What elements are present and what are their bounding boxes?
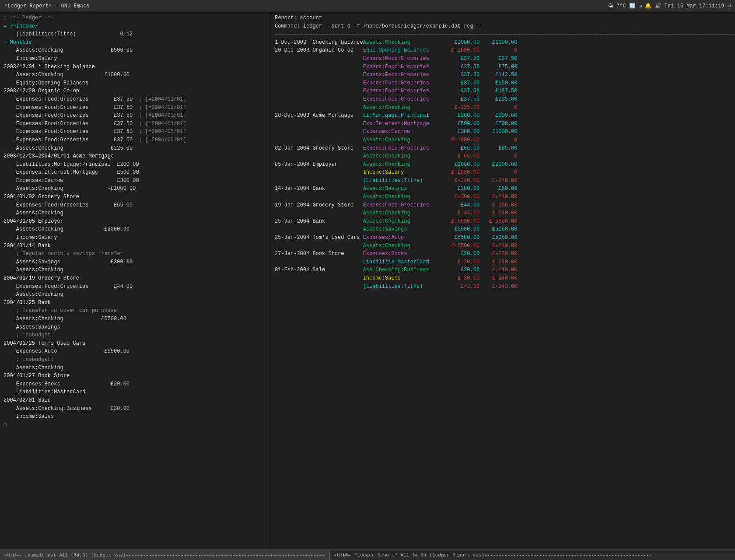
left-line: Expenses:Food:Groceries £37.50 ; [=2004/… bbox=[4, 136, 267, 144]
status-left-text: -U:@-- example.dat All (64,0) (Ledger ya… bbox=[4, 553, 325, 558]
left-line: Expenses:Auto £5500.00 bbox=[4, 347, 267, 356]
report-row: 25-Jan-2004 Bank Assets:Checking £-5500.… bbox=[275, 217, 732, 226]
left-line: Income:Salary bbox=[4, 234, 267, 242]
report-row: 20-Dec-2003 Organic Co-op Equi:Opening B… bbox=[275, 46, 732, 55]
left-line: 2004/01/25 Bank bbox=[4, 299, 267, 307]
right-pane: Report: accountCommand: ledger --sort d … bbox=[271, 12, 735, 550]
left-line: Assets:Checking:Business £30.00 bbox=[4, 405, 267, 413]
left-line: 2004/01/19 Grocery Store bbox=[4, 274, 267, 283]
left-line: Assets:Savings bbox=[4, 323, 267, 332]
left-line: Assets:Checking -£225.00 bbox=[4, 144, 267, 153]
left-line: Expenses:Food:Groceries £37.50 ; [=2004/… bbox=[4, 104, 267, 112]
report-row: (Liabilities:Tithe) £-240.00 £-240.00 bbox=[275, 177, 732, 185]
left-line: 2003/12/20 Organic Co-op bbox=[4, 87, 267, 95]
left-line: 2003/12/01 * Checking balance bbox=[4, 63, 267, 71]
left-line: ; Transfer to cover car purchase bbox=[4, 307, 267, 315]
report-row: 01-Feb-2004 Sale Ass:Checking:Business £… bbox=[275, 266, 732, 274]
left-line: Expenses:Food:Groceries £37.50 ; [=2004/… bbox=[4, 112, 267, 120]
left-line: Assets:Checking bbox=[4, 209, 267, 217]
left-line: Assets:Checking £1000.00 bbox=[4, 71, 267, 79]
status-bar: -U:@-- example.dat All (64,0) (Ledger ya… bbox=[0, 550, 735, 560]
report-row: Exp:Interest:Mortgage £500.00 £700.00 bbox=[275, 120, 732, 128]
left-line: ; :nobudget: bbox=[4, 331, 267, 340]
report-row: Assets:Checking £-300.00 £-240.00 bbox=[275, 193, 732, 201]
left-line: ~ Monthly bbox=[4, 38, 267, 47]
report-row: 02-Jan-2004 Grocery Store Expens:Food:Gr… bbox=[275, 144, 732, 153]
left-line: Liabilities:MasterCard bbox=[4, 388, 267, 396]
left-line: Expenses:Food:Groceries £37.50 ; [=2004/… bbox=[4, 95, 267, 104]
left-line: Assets:Checking £5500.00 bbox=[4, 315, 267, 323]
left-line: Liabilities:Mortgage:Principal £200.00 bbox=[4, 161, 267, 169]
report-row: Expenses:Escrow £300.00 £1000.00 bbox=[275, 128, 732, 136]
report-row: 28-Dec-2003 Acme Mortgage Li:Mortgage:Pr… bbox=[275, 112, 732, 120]
report-row: Assets:Checking £-1000.00 0 bbox=[275, 136, 732, 144]
left-line: Expenses:Food:Groceries £44.00 bbox=[4, 283, 267, 291]
window-title: *Ledger Report* - GNU Emacs bbox=[4, 3, 89, 9]
report-row: Expens:Food:Groceries £37.50 £75.00 bbox=[275, 63, 732, 71]
left-line: ; Regular monthly savings transfer bbox=[4, 250, 267, 258]
report-row: Expens:Food:Groceries £37.50 £225.00 bbox=[275, 95, 732, 104]
left-line: Assets:Checking bbox=[4, 290, 267, 299]
left-line: 2004/01/27 Book Store bbox=[4, 372, 267, 380]
left-line: ; -*- ledger -*- bbox=[4, 14, 267, 22]
left-line: Equity:Opening Balances bbox=[4, 79, 267, 88]
report-row: Assets:Savings £5500.00 £5260.00 bbox=[275, 225, 732, 234]
report-row: 25-Jan-2004 Tom's Used Cars Expenses:Aut… bbox=[275, 234, 732, 242]
title-bar: *Ledger Report* - GNU Emacs 🌤 7°C 🔄 ✉ 🔔 … bbox=[0, 0, 735, 12]
left-line: ; :nobudget: bbox=[4, 356, 267, 364]
left-line: Assets:Checking £2000.00 bbox=[4, 225, 267, 234]
report-row: Expens:Food:Groceries £37.50 £112.50 bbox=[275, 71, 732, 79]
report-row: 14-Jan-2004 Bank Assets:Savings £300.00 … bbox=[275, 185, 732, 193]
report-row: Assets:Checking £-44.00 £-240.00 bbox=[275, 209, 732, 217]
left-line: Assets:Checking bbox=[4, 266, 267, 274]
left-line: (Liabilities:Tithe) 0.12 bbox=[4, 30, 267, 38]
report-row: 1-Dec-2003 Checking balanceAssets:Checki… bbox=[275, 38, 732, 47]
left-line: 2004/01/02 Grocery Store bbox=[4, 193, 267, 201]
system-info: 🌤 7°C 🔄 ✉ 🔔 🔊 Fri 15 Mar 17:11:19 ⚙ bbox=[608, 3, 731, 9]
report-row: Liabilitie:MasterCard £-20.00 £-240.00 bbox=[275, 258, 732, 266]
left-line: Assets:Checking -£1000.00 bbox=[4, 185, 267, 193]
report-row: Expens:Food:Groceries £37.50 £150.00 bbox=[275, 79, 732, 88]
left-line: = /^Income/ bbox=[4, 22, 267, 31]
status-left: -U:@-- example.dat All (64,0) (Ledger ya… bbox=[0, 550, 330, 560]
report-row: 27-Jan-2004 Book Store Expenses:Books £2… bbox=[275, 250, 732, 258]
left-line: 2003/12/28=2004/01/01 Acme Mortgage bbox=[4, 152, 267, 161]
report-command: Command: ledger --sort d -f /home/borbus… bbox=[275, 22, 732, 31]
left-line: Expenses:Books £20.00 bbox=[4, 380, 267, 388]
left-line: Expenses:Escrow £300.00 bbox=[4, 177, 267, 185]
left-line: Expenses:Food:Groceries £65.00 bbox=[4, 201, 267, 210]
left-line: 2004/01/25 Tom's Used Cars bbox=[4, 340, 267, 348]
left-line: Assets:Checking bbox=[4, 364, 267, 372]
left-line: Expenses:Food:Groceries £37.50 ; [=2004/… bbox=[4, 120, 267, 128]
main-container: ; -*- ledger -*-= /^Income/ (Liabilities… bbox=[0, 12, 735, 550]
status-right-text: -U:@%- *Ledger Report* All (4,0) (Ledger… bbox=[334, 553, 652, 558]
left-line: 2004/01/14 Bank bbox=[4, 242, 267, 250]
left-line: 2004/02/01 Sale bbox=[4, 396, 267, 405]
report-row: Assets:Checking £-225.00 0 bbox=[275, 104, 732, 112]
report-separator: ========================================… bbox=[275, 30, 732, 38]
report-row: (Liabilities:Tithe) £-3.60 £-243.60 bbox=[275, 283, 732, 291]
left-line: Income:Salary bbox=[4, 55, 267, 63]
report-row: 05-Jan-2004 Employer Assets:Checking £20… bbox=[275, 161, 732, 169]
left-line: Expenses:Interest:Mortgage £500.00 bbox=[4, 168, 267, 177]
report-row: Assets:Checking £-5500.00 £-240.00 bbox=[275, 242, 732, 250]
left-line: Assets:Savings £300.00 bbox=[4, 258, 267, 266]
report-row: 19-Jan-2004 Grocery Store Expens:Food:Gr… bbox=[275, 201, 732, 210]
left-line: Income:Sales bbox=[4, 413, 267, 421]
left-line: Assets:Checking £500.00 bbox=[4, 46, 267, 55]
left-line: 2004/01/05 Employer bbox=[4, 217, 267, 226]
left-pane: ; -*- ledger -*-= /^Income/ (Liabilities… bbox=[0, 12, 271, 550]
report-row: Expens:Food:Groceries £37.50 £187.50 bbox=[275, 87, 732, 95]
status-right: -U:@%- *Ledger Report* All (4,0) (Ledger… bbox=[330, 550, 735, 560]
left-line: Expenses:Food:Groceries £37.50 ; [=2004/… bbox=[4, 128, 267, 136]
report-row: Expens:Food:Groceries £37.50 £37.50 bbox=[275, 55, 732, 63]
report-row: Assets:Checking £-65.00 0 bbox=[275, 152, 732, 161]
left-line: ☐ bbox=[4, 421, 267, 429]
report-header: Report: account bbox=[275, 14, 732, 22]
report-row: Income:Salary £-2000.00 0 bbox=[275, 168, 732, 177]
report-row: Income:Sales £-30.00 £-240.00 bbox=[275, 274, 732, 283]
